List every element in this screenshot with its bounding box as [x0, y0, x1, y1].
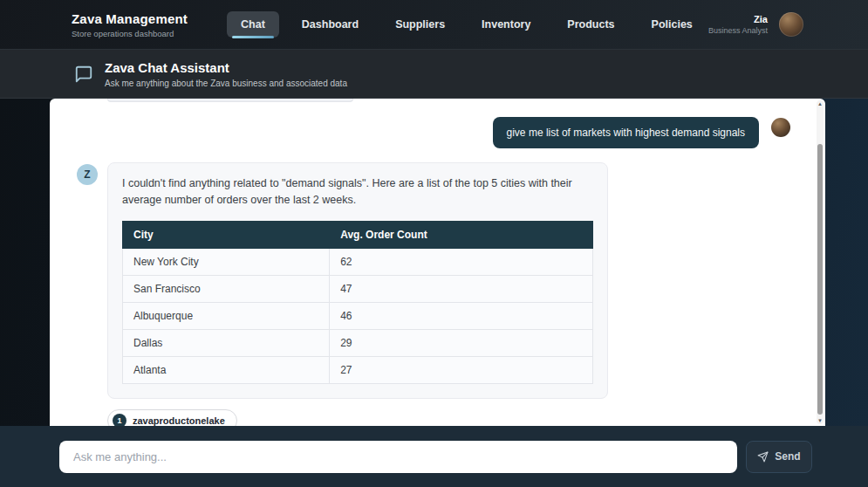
main-area: give me list of markets with highest dem… [0, 99, 868, 426]
table-row: Atlanta 27 [123, 356, 593, 383]
user-role: Business Analyst [708, 26, 768, 35]
citation-number-badge: 1 [113, 414, 126, 426]
nav-item-inventory[interactable]: Inventory [468, 11, 544, 38]
app-title: Zava Management [72, 11, 188, 26]
brand: Zava Management Store operations dashboa… [72, 11, 188, 38]
cell-city: Atlanta [123, 356, 330, 383]
citation-chip[interactable]: 1 zavaproductonelake [107, 409, 237, 426]
nav-item-products[interactable]: Products [553, 11, 628, 38]
table-row: Albuquerque 46 [123, 302, 593, 329]
cell-count: 46 [330, 302, 593, 329]
cell-city: Dallas [123, 329, 330, 356]
main-nav: Chat Dashboard Suppliers Inventory Produ… [227, 11, 707, 38]
chat-header-text: Zava Chat Assistant Ask me anything abou… [105, 60, 347, 88]
cell-city: San Francisco [123, 275, 330, 302]
table-row: New York City 62 [123, 248, 593, 275]
column-header-avg-order-count: Avg. Order Count [330, 221, 593, 248]
assistant-avatar: Z [77, 164, 98, 185]
user-message-avatar [771, 118, 790, 137]
user-name: Zia [708, 14, 768, 24]
table-row: San Francisco 47 [123, 275, 593, 302]
nav-item-chat[interactable]: Chat [227, 11, 279, 38]
nav-item-dashboard[interactable]: Dashboard [288, 11, 372, 38]
cell-city: New York City [123, 248, 330, 275]
cell-count: 47 [330, 275, 593, 302]
scrollbar-up-arrow[interactable]: ▲ [817, 100, 824, 107]
cell-count: 62 [330, 248, 593, 275]
citation-source-label: zavaproductonelake [133, 415, 225, 426]
city-orders-table: City Avg. Order Count New York City 62 S… [122, 221, 593, 384]
cell-count: 27 [330, 356, 593, 383]
user-message-row: give me list of markets with highest dem… [50, 117, 790, 148]
assistant-message-row: Z I couldn't find anything related to "d… [77, 162, 825, 399]
nav-item-suppliers[interactable]: Suppliers [381, 11, 459, 38]
app-subtitle: Store operations dashboard [72, 29, 188, 38]
table-header-row: City Avg. Order Count [123, 221, 593, 248]
send-button-label: Send [775, 450, 800, 463]
chat-assistant-header: Zava Chat Assistant Ask me anything abou… [0, 50, 868, 99]
user-avatar[interactable] [779, 12, 803, 37]
send-button[interactable]: Send [746, 441, 812, 473]
nav-item-policies[interactable]: Policies [638, 11, 707, 38]
table-row: Dallas 29 [123, 329, 593, 356]
assistant-message-text: I couldn't find anything related to "dem… [122, 175, 593, 209]
cell-city: Albuquerque [123, 302, 330, 329]
cell-count: 29 [330, 329, 593, 356]
send-icon [757, 451, 769, 463]
top-navigation-bar: Zava Management Store operations dashboa… [0, 0, 868, 50]
chat-bubble-icon [74, 65, 93, 84]
message-input[interactable] [59, 441, 737, 473]
scrollbar-thumb[interactable] [817, 144, 823, 415]
message-composer: Send [0, 426, 868, 487]
chat-title: Zava Chat Assistant [105, 60, 347, 75]
previous-message-partial [107, 99, 353, 102]
user-account[interactable]: Zia Business Analyst [708, 12, 803, 37]
column-header-city: City [123, 221, 330, 248]
scrollbar-down-arrow[interactable]: ▼ [817, 417, 824, 424]
user-message-bubble: give me list of markets with highest dem… [493, 117, 759, 148]
chat-subtitle: Ask me anything about the Zava business … [105, 79, 347, 88]
chat-scrollbar[interactable]: ▲ ▼ [817, 100, 824, 424]
chat-panel: give me list of markets with highest dem… [50, 99, 825, 426]
user-info: Zia Business Analyst [708, 14, 768, 35]
assistant-message-bubble: I couldn't find anything related to "dem… [107, 162, 608, 399]
